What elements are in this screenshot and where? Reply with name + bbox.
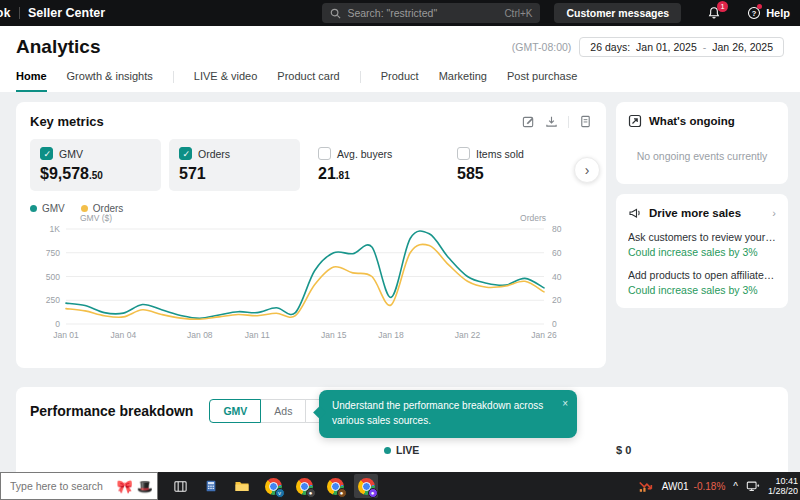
windows-search-box[interactable]: 🎀 🎩 <box>0 472 158 500</box>
tab-home[interactable]: Home <box>16 70 47 92</box>
tab-growth-insights[interactable]: Growth & insights <box>67 70 153 92</box>
checkbox-checked-icon[interactable] <box>179 147 192 160</box>
tab-marketing[interactable]: Marketing <box>439 70 487 92</box>
svg-text:Jan 04: Jan 04 <box>111 330 137 340</box>
notifications-button[interactable]: 1 <box>707 6 721 20</box>
report-icon[interactable] <box>579 115 592 128</box>
search-highlight-icon[interactable]: 🎩 <box>137 479 153 494</box>
checkbox-unchecked-icon[interactable] <box>457 147 470 160</box>
edit-metrics-icon[interactable] <box>522 115 535 128</box>
clock-date: 1/28/2025 <box>768 486 798 497</box>
whats-ongoing-card: What's ongoing No ongoing events current… <box>616 102 788 184</box>
tab-live-video[interactable]: LIVE & video <box>194 70 258 92</box>
svg-text:Jan 08: Jan 08 <box>187 330 213 340</box>
legend-item-orders[interactable]: Orders <box>81 203 124 214</box>
stock-widget-icon <box>638 479 654 493</box>
chrome-icon[interactable]: v <box>261 474 285 498</box>
performance-tooltip: Understand the performance breakdown acr… <box>319 390 577 438</box>
checkbox-checked-icon[interactable] <box>40 147 53 160</box>
tab-separator <box>173 71 174 83</box>
metrics-next-button[interactable]: › <box>574 157 600 183</box>
analytics-tabs: Home Growth & insights LIVE & video Prod… <box>16 70 784 92</box>
sales-tip-text: Add products to open affiliate col... <box>628 269 776 281</box>
segment-gmv[interactable]: GMV <box>209 399 261 423</box>
logo-divider <box>19 7 20 19</box>
metric-value-decimal: .50 <box>89 170 103 181</box>
svg-text:500: 500 <box>46 272 60 282</box>
metric-value: 571 <box>179 165 206 182</box>
help-button[interactable]: ? Help <box>747 6 790 20</box>
svg-text:Jan 15: Jan 15 <box>321 330 347 340</box>
svg-text:Jan 22: Jan 22 <box>455 330 481 340</box>
global-search[interactable]: Ctrl+K <box>322 3 540 23</box>
taskbar-clock[interactable]: 10:41 1/28/2025 <box>768 476 798 497</box>
stock-change: -0.18% <box>694 481 726 492</box>
icon-divider <box>568 116 569 128</box>
legend-item-gmv[interactable]: GMV <box>30 203 65 214</box>
metric-cards: GMV $9,578.50 Orders 571 <box>30 139 592 191</box>
key-metrics-card: Key metrics <box>16 102 606 368</box>
svg-text:Jan 18: Jan 18 <box>378 330 404 340</box>
stock-ticker-widget[interactable]: AW01 -0.18% <box>662 481 726 492</box>
close-icon[interactable]: × <box>562 397 568 412</box>
network-icon[interactable] <box>746 480 760 493</box>
right-sidebar: What's ongoing No ongoing events current… <box>616 102 788 368</box>
search-highlight-icon[interactable]: 🎀 <box>117 479 133 494</box>
segment-ads[interactable]: Ads <box>260 399 306 423</box>
performance-breakdown-card: Performance breakdown GMV Ads Views Unde… <box>16 387 788 472</box>
chevron-right-icon: › <box>585 162 590 178</box>
tab-post-purchase[interactable]: Post purchase <box>507 70 577 92</box>
content-area: Key metrics <box>0 92 800 472</box>
sales-tip-item[interactable]: Add products to open affiliate col... Co… <box>628 269 776 296</box>
page-header: Analytics (GMT-08:00) 26 days: Jan 01, 2… <box>0 26 800 92</box>
chrome-profile-icon[interactable]: ● <box>292 474 316 498</box>
sales-tip-item[interactable]: Ask customers to review your pro... Coul… <box>628 231 776 258</box>
metric-card-items-sold[interactable]: Items sold 585 <box>447 139 578 191</box>
svg-text:80: 80 <box>552 224 562 234</box>
svg-text:60: 60 <box>552 248 562 258</box>
svg-text:Jan 11: Jan 11 <box>245 330 270 340</box>
svg-text:?: ? <box>752 9 757 18</box>
key-metrics-title: Key metrics <box>30 114 104 129</box>
tab-product[interactable]: Product <box>381 70 419 92</box>
tab-product-card[interactable]: Product card <box>277 70 339 92</box>
date-range-picker[interactable]: 26 days: Jan 01, 2025 - Jan 26, 2025 <box>579 37 784 57</box>
show-hidden-icons-button[interactable]: ^ <box>733 481 738 492</box>
legend-item-live[interactable]: LIVE <box>384 444 419 456</box>
legend-label: Orders <box>93 203 124 214</box>
tab-separator <box>360 71 361 83</box>
svg-text:GMV ($): GMV ($) <box>80 214 112 223</box>
top-bar: ok Seller Center Ctrl+K Customer message… <box>0 0 800 26</box>
metric-card-avg-buyers[interactable]: Avg. buyers 21.81 <box>308 139 439 191</box>
chrome-profile-icon[interactable]: ● <box>323 474 347 498</box>
app-title: Seller Center <box>28 6 105 20</box>
download-icon[interactable] <box>545 115 558 128</box>
metric-value-decimal: .81 <box>336 170 350 181</box>
tiktok-logo-partial: ok <box>0 6 11 20</box>
chevron-right-icon[interactable]: › <box>772 207 776 219</box>
metric-value: 21 <box>318 165 336 182</box>
calculator-icon[interactable] <box>199 474 223 498</box>
customer-messages-button[interactable]: Customer messages <box>554 3 681 23</box>
help-label: Help <box>766 7 790 19</box>
svg-text:750: 750 <box>46 248 60 258</box>
metric-card-orders[interactable]: Orders 571 <box>169 139 300 191</box>
analytics-page: Analytics (GMT-08:00) 26 days: Jan 01, 2… <box>0 26 800 472</box>
svg-text:Jan 01: Jan 01 <box>53 330 79 340</box>
whats-ongoing-title: What's ongoing <box>649 115 776 127</box>
search-input[interactable] <box>347 7 498 19</box>
windows-search-input[interactable] <box>10 480 113 492</box>
date-range-prefix: 26 days: <box>590 41 630 53</box>
key-metrics-chart[interactable]: 1K7505002500806040200GMV ($)OrdersJan 01… <box>30 214 592 356</box>
chrome-active-icon[interactable]: ● <box>354 474 378 498</box>
svg-text:1K: 1K <box>50 224 61 234</box>
date-range-start: Jan 01, 2025 <box>636 41 697 53</box>
metric-label: Items sold <box>476 148 524 160</box>
sales-tip-benefit: Could increase sales by 3% <box>628 246 776 258</box>
task-view-icon[interactable] <box>168 474 192 498</box>
checkbox-unchecked-icon[interactable] <box>318 147 331 160</box>
timezone-label: (GMT-08:00) <box>512 41 572 53</box>
svg-text:0: 0 <box>55 319 60 329</box>
file-explorer-icon[interactable] <box>230 474 254 498</box>
metric-card-gmv[interactable]: GMV $9,578.50 <box>30 139 161 191</box>
